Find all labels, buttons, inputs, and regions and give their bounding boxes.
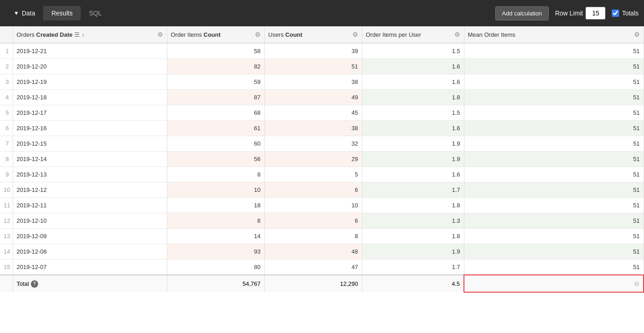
table-row: 112019-12-1118101.851 [0, 198, 644, 213]
row-order-count-cell: 87 [167, 90, 264, 105]
row-users-count-cell: 6 [264, 213, 362, 229]
table-row: 22019-12-2082511.651 [0, 59, 644, 74]
th-mean-gear[interactable]: ⚙ [634, 31, 640, 38]
th-order-count-gear[interactable]: ⚙ [255, 31, 261, 38]
row-order-count-cell: 8 [167, 213, 264, 229]
row-order-count-cell: 93 [167, 244, 264, 260]
footer-users-count-value: 12,290 [340, 280, 358, 287]
footer-total-text: Total [17, 280, 29, 287]
table-row: 102019-12-121061.751 [0, 182, 644, 198]
row-order-count-cell: 68 [167, 105, 264, 121]
th-order-count: Order Items Count ⚙ [167, 26, 264, 43]
row-users-count-cell: 32 [264, 136, 362, 152]
table-footer-row: Total ? 54,767 12,290 4.5 ⊘ [0, 275, 644, 292]
footer-empty-index [0, 275, 13, 292]
row-mean-cell: 51 [464, 59, 644, 74]
th-items-per-user-gear[interactable]: ⚙ [454, 31, 460, 38]
row-items-per-user-cell: 1.5 [362, 43, 464, 59]
row-limit-label: Row Limit [555, 10, 583, 17]
row-items-per-user-cell: 1.7 [362, 260, 464, 275]
row-mean-cell: 51 [464, 152, 644, 167]
row-mean-cell: 51 [464, 74, 644, 90]
row-date-cell: 2019-12-12 [13, 182, 167, 198]
table-row: 72019-12-1560321.951 [0, 136, 644, 152]
table-row: 132019-12-091481.851 [0, 229, 644, 244]
row-items-per-user-cell: 1.6 [362, 59, 464, 74]
row-date-cell: 2019-12-18 [13, 90, 167, 105]
row-mean-cell: 51 [464, 167, 644, 182]
row-date-cell: 2019-12-15 [13, 136, 167, 152]
tab-results[interactable]: Results [43, 6, 81, 20]
row-items-per-user-cell: 1.5 [362, 105, 464, 121]
row-order-count-cell: 10 [167, 182, 264, 198]
row-items-per-user-cell: 1.9 [362, 244, 464, 260]
row-mean-cell: 51 [464, 90, 644, 105]
row-mean-cell: 51 [464, 121, 644, 136]
th-users-count: Users Count ⚙ [264, 26, 362, 43]
th-users-count-gear[interactable]: ⚙ [352, 31, 358, 38]
tab-results-label: Results [51, 10, 73, 17]
footer-mean: ⊘ [464, 275, 644, 292]
results-table: Orders Created Date ☰ ↓ ⚙ Order Items Co… [0, 26, 644, 293]
th-date-gear[interactable]: ⚙ [157, 31, 163, 38]
row-date-cell: 2019-12-17 [13, 105, 167, 121]
th-date: Orders Created Date ☰ ↓ ⚙ [13, 26, 167, 43]
table-row: 92019-12-13851.651 [0, 167, 644, 182]
table-row: 142019-12-0893481.951 [0, 244, 644, 260]
row-num-cell: 8 [0, 152, 13, 167]
row-items-per-user-cell: 1.8 [362, 229, 464, 244]
th-items-per-user: Order Items per User ⚙ [362, 26, 464, 43]
row-users-count-cell: 29 [264, 152, 362, 167]
table-row: 42019-12-1887491.851 [0, 90, 644, 105]
row-mean-cell: 51 [464, 198, 644, 213]
row-date-cell: 2019-12-19 [13, 74, 167, 90]
row-num-cell: 13 [0, 229, 13, 244]
th-index [0, 26, 13, 43]
tab-sql[interactable]: SQL [81, 6, 110, 20]
th-mean-label: Mean Order Items [468, 31, 516, 38]
row-num-cell: 4 [0, 90, 13, 105]
row-items-per-user-cell: 1.8 [362, 90, 464, 105]
row-order-count-cell: 82 [167, 59, 264, 74]
row-order-count-cell: 59 [167, 74, 264, 90]
row-users-count-cell: 49 [264, 90, 362, 105]
row-limit-wrapper: Row Limit [555, 7, 605, 20]
row-users-count-cell: 39 [264, 43, 362, 59]
row-date-cell: 2019-12-09 [13, 229, 167, 244]
row-users-count-cell: 38 [264, 121, 362, 136]
app-header: ▼ Data Results SQL Add calculation Row L… [0, 0, 644, 26]
th-items-per-user-label: Order Items per User [366, 31, 421, 38]
footer-users-count: 12,290 [264, 275, 362, 292]
th-date-label: Orders Created Date [17, 31, 73, 38]
footer-total-label: Total ? [13, 275, 167, 292]
row-items-per-user-cell: 1.3 [362, 213, 464, 229]
table-row: 62019-12-1661381.651 [0, 121, 644, 136]
filter-icon[interactable]: ☰ [74, 31, 80, 38]
row-num-cell: 11 [0, 198, 13, 213]
sort-desc-icon[interactable]: ↓ [82, 31, 84, 38]
row-order-count-cell: 56 [167, 152, 264, 167]
row-date-cell: 2019-12-08 [13, 244, 167, 260]
row-date-cell: 2019-12-14 [13, 152, 167, 167]
add-calculation-button[interactable]: Add calculation [495, 6, 549, 20]
row-items-per-user-cell: 1.6 [362, 121, 464, 136]
footer-items-per-user: 4.5 [362, 275, 464, 292]
row-date-cell: 2019-12-13 [13, 167, 167, 182]
row-date-cell: 2019-12-10 [13, 213, 167, 229]
tab-data[interactable]: ▼ Data [5, 6, 43, 20]
row-users-count-cell: 48 [264, 244, 362, 260]
footer-items-per-user-value: 4.5 [452, 280, 460, 287]
tab-data-label: Data [22, 10, 35, 17]
totals-checkbox[interactable] [612, 10, 619, 17]
row-mean-cell: 51 [464, 43, 644, 59]
cancel-icon[interactable]: ⊘ [634, 280, 639, 287]
footer-order-count-value: 54,767 [243, 280, 261, 287]
table-row: 82019-12-1456291.951 [0, 152, 644, 167]
table-row: 152019-12-0780471.751 [0, 260, 644, 275]
total-info-icon[interactable]: ? [31, 280, 38, 288]
row-num-cell: 2 [0, 59, 13, 74]
row-users-count-cell: 6 [264, 182, 362, 198]
row-order-count-cell: 61 [167, 121, 264, 136]
row-mean-cell: 51 [464, 136, 644, 152]
row-limit-input[interactable] [585, 7, 605, 20]
